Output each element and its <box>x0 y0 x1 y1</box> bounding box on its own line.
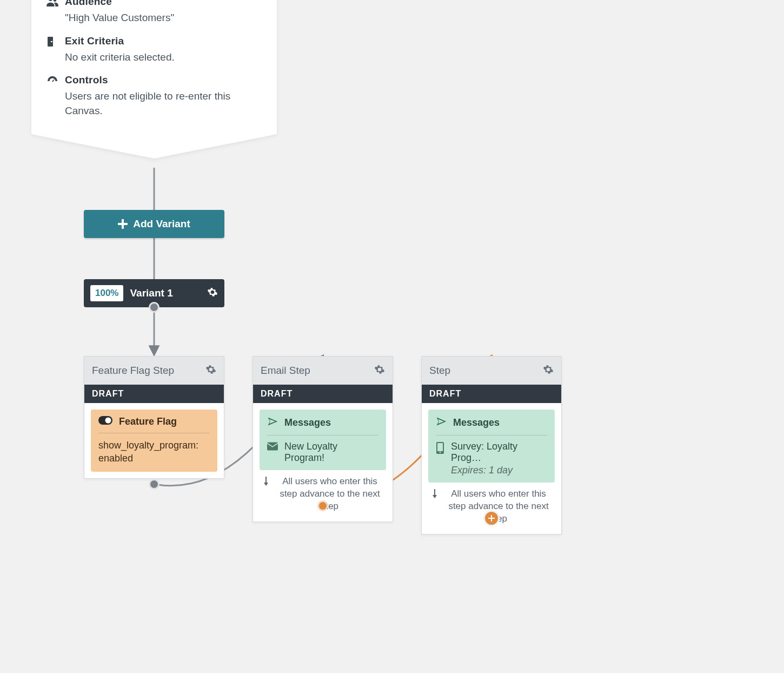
connector-node <box>149 302 160 313</box>
gear-icon <box>374 364 385 375</box>
step-title: Email Step <box>261 365 374 377</box>
arrow-down-icon <box>430 488 439 502</box>
add-step-button[interactable] <box>485 512 498 525</box>
gear-icon <box>205 364 216 375</box>
email-icon <box>267 441 278 453</box>
gear-icon <box>207 287 218 298</box>
step-settings-button[interactable] <box>543 364 554 377</box>
step-settings-button[interactable] <box>374 364 385 377</box>
status-badge: DRAFT <box>422 385 561 403</box>
step-card-feature-flag[interactable]: Feature Flag Step DRAFT Feature Flag sho… <box>84 356 224 479</box>
step-title: Step <box>429 365 543 377</box>
toggle-icon <box>98 416 112 427</box>
step-title: Feature Flag Step <box>92 365 205 377</box>
panel-title: Messages <box>284 417 331 428</box>
arrow-down-icon <box>262 476 270 489</box>
svg-rect-6 <box>51 41 52 42</box>
panel-title: Messages <box>453 417 500 428</box>
messages-panel: Messages New Loyalty Program! <box>260 410 386 470</box>
step-card-email[interactable]: Email Step DRAFT Messages New Loyalty Pr… <box>253 356 393 522</box>
svg-rect-8 <box>118 223 128 225</box>
step-settings-button[interactable] <box>205 364 216 377</box>
add-variant-label: Add Variant <box>133 218 190 230</box>
connector-node <box>317 500 328 511</box>
send-icon <box>267 416 278 430</box>
message-sub: Expires: 1 day <box>451 465 547 476</box>
exit-icon <box>46 35 61 49</box>
variant-name: Variant 1 <box>130 287 207 299</box>
panel-title: Feature Flag <box>119 416 177 427</box>
svg-rect-16 <box>488 518 495 519</box>
svg-point-14 <box>440 452 441 453</box>
audience-icon <box>46 0 61 9</box>
svg-point-4 <box>54 0 56 2</box>
svg-point-3 <box>49 0 52 1</box>
controls-label: Controls <box>65 74 262 86</box>
send-icon <box>436 416 447 430</box>
status-badge: DRAFT <box>84 385 224 403</box>
audience-value: "High Value Customers" <box>65 11 262 25</box>
svg-rect-13 <box>437 443 443 451</box>
variant-settings-button[interactable] <box>207 287 218 300</box>
controls-value: Users are not eligible to re-enter this … <box>65 89 262 118</box>
feature-flag-panel: Feature Flag show_loyalty_program: enabl… <box>91 410 217 472</box>
controls-icon <box>46 74 61 88</box>
messages-panel: Messages Survey: Loyalty Prog… Expires: … <box>428 410 555 483</box>
advance-text: All users who enter this step advance to… <box>444 488 553 525</box>
step-card-survey[interactable]: Step DRAFT Messages Survey: Loyalty Prog… <box>421 356 562 535</box>
feature-flag-value: show_loyalty_program: enabled <box>98 439 210 465</box>
add-variant-button[interactable]: Add Variant <box>84 210 224 238</box>
mobile-icon <box>436 441 444 457</box>
message-label: Survey: Loyalty Prog… <box>451 441 547 464</box>
message-label: New Loyalty Program! <box>284 441 378 464</box>
gear-icon <box>543 364 554 375</box>
audience-label: Audience <box>65 0 262 8</box>
plus-icon <box>488 515 495 522</box>
connector-node <box>149 479 160 490</box>
exit-value: No exit criteria selected. <box>65 50 262 65</box>
svg-point-10 <box>105 418 111 424</box>
canvas-settings-card: Audience "High Value Customers" Exit Cri… <box>31 0 277 134</box>
variant-percent: 100% <box>90 285 123 301</box>
exit-label: Exit Criteria <box>65 35 262 47</box>
advance-text: All users who enter this step advance to… <box>276 476 384 513</box>
plus-icon <box>118 219 128 229</box>
status-badge: DRAFT <box>253 385 393 403</box>
